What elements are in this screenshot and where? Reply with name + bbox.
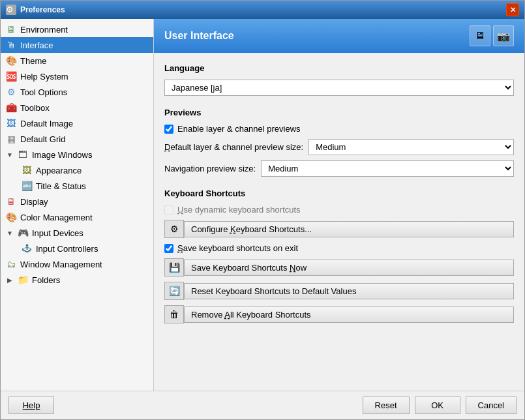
sidebar-label-color-management: Color Management: [20, 213, 93, 222]
enable-previews-checkbox[interactable]: [164, 125, 173, 134]
cancel-button[interactable]: Cancel: [466, 397, 517, 414]
dynamic-shortcuts-label: Use dynamic keyboard shortcuts: [177, 205, 301, 215]
main-panel: User Interface 🖥 📷 Language Japanese [ja…: [154, 19, 524, 391]
help-system-icon: 🆘: [6, 71, 16, 82]
reset-shortcuts-row: 🔄 Reset Keyboard Shortcuts to Default Va…: [164, 282, 514, 300]
preferences-window: ⚙ Preferences ✕ 🖥 Environment 🖱 Interfac…: [0, 0, 525, 420]
configure-shortcuts-button[interactable]: Configure Keyboard Shortcuts...: [184, 221, 514, 237]
footer-right: Reset OK Cancel: [363, 397, 517, 414]
sidebar-item-toolbox[interactable]: 🧰 Toolbox: [1, 100, 153, 115]
remove-shortcuts-icon: 🗑: [164, 305, 184, 323]
nav-preview-label: Navigation preview size:: [164, 164, 256, 173]
title-status-icon: 🔤: [22, 181, 32, 191]
sidebar-item-tool-options[interactable]: ⚙ Tool Options: [1, 84, 153, 100]
sidebar-label-appearance: Appearance: [36, 166, 82, 175]
sidebar-item-image-windows[interactable]: ▼ 🗔 Image Windows: [1, 147, 153, 162]
default-preview-dropdown[interactable]: Medium Small Large: [308, 139, 514, 155]
input-devices-toggle: ▼: [6, 229, 14, 237]
enable-previews-label: Enable layer & channel previews: [177, 124, 301, 134]
sidebar-label-image-windows: Image Windows: [32, 150, 92, 160]
appearance-icon: 🖼: [22, 165, 32, 175]
sidebar-label-folders: Folders: [32, 275, 60, 285]
main-content: Language Japanese [ja] English [en] Fren…: [154, 53, 524, 391]
input-devices-icon: 🎮: [18, 228, 28, 238]
header-icon-monitor: 🖥: [470, 25, 490, 46]
close-button[interactable]: ✕: [506, 3, 519, 16]
color-management-icon: 🎨: [6, 212, 16, 222]
reset-shortcuts-button[interactable]: Reset Keyboard Shortcuts to Default Valu…: [184, 283, 514, 299]
titlebar: ⚙ Preferences ✕: [1, 1, 524, 19]
sidebar-item-input-devices[interactable]: ▼ 🎮 Input Devices: [1, 225, 153, 241]
save-now-icon: 💾: [164, 258, 184, 277]
environment-icon: 🖥: [6, 24, 16, 35]
folders-toggle: ▶: [6, 276, 14, 284]
save-now-row: 💾 Save Keyboard Shortcuts Now: [164, 258, 514, 277]
header-icon-camera: 📷: [493, 25, 514, 46]
save-on-exit-label: Save keyboard shortcuts on exit: [177, 243, 298, 253]
remove-shortcuts-button[interactable]: Remove All Keyboard Shortcuts: [184, 307, 514, 323]
sidebar-item-default-image[interactable]: 🖼 Default Image: [1, 115, 153, 131]
image-windows-icon: 🗔: [18, 149, 28, 160]
header-icons: 🖥 📷: [470, 25, 514, 46]
sidebar-label-window-management: Window Management: [20, 260, 102, 269]
sidebar-label-tool-options: Tool Options: [20, 87, 67, 97]
configure-shortcuts-row: ⚙ Configure Keyboard Shortcuts...: [164, 220, 514, 238]
sidebar-label-help-system: Help System: [20, 72, 68, 82]
keyboard-section-title: Keyboard Shortcuts: [164, 188, 514, 198]
nav-preview-row: Navigation preview size: Medium Small La…: [164, 160, 514, 177]
sidebar: 🖥 Environment 🖱 Interface 🎨 Theme 🆘 Help…: [1, 19, 154, 391]
sidebar-label-default-image: Default Image: [20, 119, 73, 128]
app-icon: ⚙: [6, 5, 16, 15]
sidebar-label-title-status: Title & Status: [36, 181, 86, 191]
language-section: Language Japanese [ja] English [en] Fren…: [164, 63, 514, 96]
sidebar-item-appearance[interactable]: 🖼 Appearance: [1, 162, 153, 178]
display-icon: 🖥: [6, 196, 16, 207]
sidebar-item-input-controllers[interactable]: 🕹 Input Controllers: [1, 241, 153, 256]
tool-options-icon: ⚙: [6, 87, 16, 97]
sidebar-label-environment: Environment: [20, 25, 68, 35]
sidebar-label-input-devices: Input Devices: [32, 228, 83, 238]
ok-button[interactable]: OK: [415, 397, 460, 414]
save-now-button[interactable]: Save Keyboard Shortcuts Now: [184, 260, 514, 276]
remove-shortcuts-row: 🗑 Remove All Keyboard Shortcuts: [164, 305, 514, 323]
help-button[interactable]: Help: [8, 397, 54, 414]
default-grid-icon: ▦: [6, 134, 16, 144]
sidebar-label-input-controllers: Input Controllers: [36, 244, 98, 254]
sidebar-item-theme[interactable]: 🎨 Theme: [1, 53, 153, 68]
keyboard-section: Keyboard Shortcuts Use dynamic keyboard …: [164, 188, 514, 323]
window-management-icon: 🗂: [6, 259, 16, 269]
default-image-icon: 🖼: [6, 118, 16, 128]
content-area: 🖥 Environment 🖱 Interface 🎨 Theme 🆘 Help…: [1, 19, 524, 391]
folders-icon: 📁: [18, 275, 28, 285]
configure-shortcuts-label: Configure Keyboard Shortcuts...: [191, 224, 312, 234]
input-controllers-icon: 🕹: [22, 243, 32, 254]
interface-icon: 🖱: [6, 40, 16, 50]
language-dropdown[interactable]: Japanese [ja] English [en] French [fr] G…: [164, 80, 514, 96]
sidebar-label-theme: Theme: [20, 56, 46, 66]
sidebar-item-window-management[interactable]: 🗂 Window Management: [1, 256, 153, 272]
sidebar-item-help-system[interactable]: 🆘 Help System: [1, 68, 153, 84]
footer: Help Reset OK Cancel: [1, 391, 524, 419]
reset-button[interactable]: Reset: [363, 397, 410, 414]
image-windows-toggle: ▼: [6, 151, 14, 158]
sidebar-item-color-management[interactable]: 🎨 Color Management: [1, 209, 153, 225]
default-preview-label: Default layer & channel preview size:: [164, 142, 303, 152]
save-on-exit-checkbox[interactable]: [164, 244, 173, 253]
previews-section: Previews Enable layer & channel previews…: [164, 108, 514, 177]
dynamic-shortcuts-row: Use dynamic keyboard shortcuts: [164, 205, 514, 215]
sidebar-item-display[interactable]: 🖥 Display: [1, 194, 153, 209]
sidebar-label-display: Display: [20, 197, 48, 207]
dynamic-shortcuts-checkbox[interactable]: [164, 205, 173, 215]
language-section-title: Language: [164, 63, 514, 73]
default-preview-row: Default layer & channel preview size: Me…: [164, 139, 514, 155]
sidebar-item-interface[interactable]: 🖱 Interface: [1, 37, 153, 53]
reset-shortcuts-label: Reset Keyboard Shortcuts to Default Valu…: [191, 286, 356, 296]
sidebar-item-title-status[interactable]: 🔤 Title & Status: [1, 178, 153, 194]
sidebar-item-folders[interactable]: ▶ 📁 Folders: [1, 272, 153, 288]
window-title: Preferences: [20, 5, 65, 14]
sidebar-item-environment[interactable]: 🖥 Environment: [1, 22, 153, 37]
configure-shortcuts-icon: ⚙: [164, 220, 184, 238]
sidebar-item-default-grid[interactable]: ▦ Default Grid: [1, 131, 153, 147]
nav-preview-dropdown[interactable]: Medium Small Large: [261, 160, 514, 177]
theme-icon: 🎨: [6, 55, 16, 66]
